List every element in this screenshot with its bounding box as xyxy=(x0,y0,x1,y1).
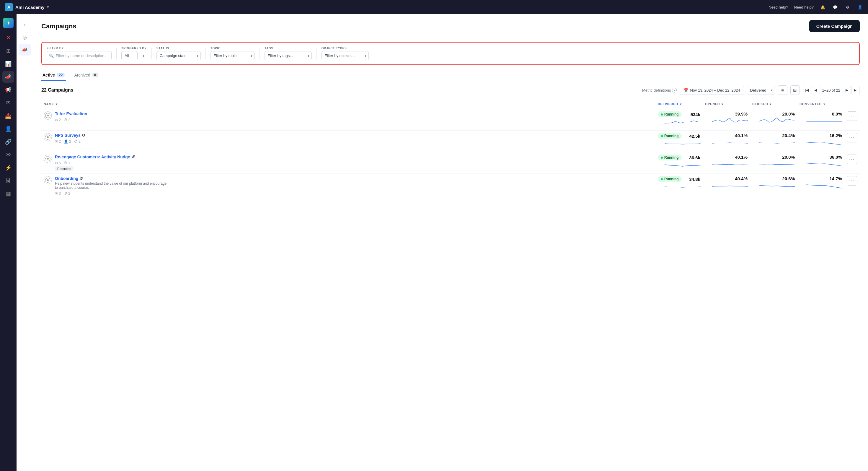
tab-archived-label: Archived xyxy=(74,73,90,78)
app-name: Ami Academy xyxy=(16,5,44,10)
sidebar-item-x[interactable]: ✕ xyxy=(2,32,14,44)
inner-sidebar-expand[interactable]: » xyxy=(19,19,31,31)
campaign-name-link[interactable]: NPS Surveys ↺ xyxy=(55,133,85,138)
create-campaign-button[interactable]: Create Campaign xyxy=(809,20,860,32)
meta-icon: ✉ 3 xyxy=(55,192,61,196)
campaign-description: Help new students understand the value o… xyxy=(55,181,167,190)
status-badge: Running xyxy=(658,176,682,182)
chat-icon[interactable]: 💬 xyxy=(832,4,838,10)
campaign-name-cell: Tutor Evaluation ✉ 2⏱ 2 xyxy=(41,109,655,130)
page-header: Campaigns Create Campaign xyxy=(33,14,868,37)
opened-cell: 39.9% xyxy=(703,109,750,130)
status-delivered-cell: Running 534k xyxy=(655,109,703,130)
sparkline-chart xyxy=(665,182,700,193)
sidebar-item-table[interactable]: ▦ xyxy=(2,188,14,200)
clicked-value: 20.0% xyxy=(752,111,795,116)
triggered-by-select[interactable]: All xyxy=(121,51,137,60)
date-range-button[interactable]: 📅 Nov 13, 2024 – Dec 12, 2024 xyxy=(680,86,744,95)
tags-select-wrap: Filter by tags... xyxy=(265,51,312,60)
page-next-button[interactable]: ▶ xyxy=(843,86,851,94)
row-actions-cell: ··· xyxy=(844,130,860,152)
bell-icon[interactable]: 🔔 xyxy=(819,4,826,10)
delivered-value: 36.6k xyxy=(689,155,700,160)
topbar: A Ami Academy ▾ Need help? Need help? 🔔 … xyxy=(0,0,868,14)
inner-sidebar-item-1[interactable]: ◎ xyxy=(19,31,31,43)
metric-definitions-label: Metric definitions xyxy=(642,88,671,92)
page-first-button[interactable]: |◀ xyxy=(803,86,811,94)
meta-icon: 👤 2 xyxy=(64,140,71,144)
col-name[interactable]: NAME ▾ xyxy=(41,99,655,109)
sparkline-chart xyxy=(760,116,795,127)
col-delivered[interactable]: DELIVERED ▾ xyxy=(655,99,703,109)
converted-value: 16.2% xyxy=(800,133,842,138)
user-icon[interactable]: 👤 xyxy=(857,4,863,10)
col-converted[interactable]: CONVERTED ▾ xyxy=(797,99,844,109)
inner-sidebar-campaigns[interactable]: 📣 xyxy=(19,44,31,56)
status-select[interactable]: Campaign state xyxy=(156,51,201,60)
page-last-button[interactable]: ▶| xyxy=(851,86,860,94)
table-row: NPS Surveys ↺ ✉ 2👤 2⏱ 2 Running 42.5k 40… xyxy=(41,130,860,152)
view-toggle-button[interactable]: ⊞ xyxy=(790,85,800,95)
row-actions-button[interactable]: ··· xyxy=(847,111,857,121)
row-actions-button[interactable]: ··· xyxy=(847,154,857,164)
campaign-type-icon xyxy=(44,154,52,163)
col-opened[interactable]: OPENED ▾ xyxy=(703,99,750,109)
page-prev-button[interactable]: ◀ xyxy=(812,86,820,94)
sparkline-chart xyxy=(807,116,842,127)
sparkline-chart xyxy=(712,159,748,170)
clicked-cell: 20.4% xyxy=(750,130,797,152)
campaign-name-cell: Onboarding ↺ Help new students understan… xyxy=(41,174,655,198)
campaign-name-link[interactable]: Re-engage Customers: Activity Nudge ↺ xyxy=(55,154,135,159)
need-help-button[interactable]: Need help? xyxy=(769,5,788,9)
sidebar-item-broadcast[interactable]: 📢 xyxy=(2,84,14,96)
settings-icon[interactable]: ⚙ xyxy=(844,4,851,10)
metric-info-icon: ? xyxy=(672,88,677,92)
sparkline-chart xyxy=(760,138,795,149)
tags-group: TAGS Filter by tags... xyxy=(265,47,312,60)
converted-value: 36.0% xyxy=(800,154,842,159)
row-actions-button[interactable]: ··· xyxy=(847,133,857,142)
svg-point-3 xyxy=(47,136,49,138)
app-name-chevron[interactable]: ▾ xyxy=(47,5,49,9)
col-clicked[interactable]: CLICKED ▾ xyxy=(750,99,797,109)
triggered-by-select-wrap: All xyxy=(121,51,147,60)
sidebar-item-dashboard[interactable]: ⊞ xyxy=(2,45,14,57)
sidebar-item-integrations[interactable]: 🔗 xyxy=(2,136,14,148)
sidebar-item-inbox[interactable]: 📥 xyxy=(2,110,14,122)
sidebar-item-contacts[interactable]: 👤 xyxy=(2,123,14,135)
tab-archived[interactable]: Archived 0 xyxy=(73,70,99,81)
status-group: STATUS Campaign state xyxy=(156,47,201,60)
filter-toggle-button[interactable]: ≡ xyxy=(778,85,787,95)
need-help-text[interactable]: Need help? xyxy=(794,5,814,9)
status-dot xyxy=(661,156,663,159)
pagination: |◀ ◀ 1–20 of 22 ▶ ▶| xyxy=(803,86,860,94)
object-types-select[interactable]: Filter by objects... xyxy=(321,51,369,60)
row-actions-button[interactable]: ··· xyxy=(847,176,857,185)
sparkline-chart xyxy=(712,181,748,192)
header-row: NAME ▾ DELIVERED ▾ OPENED ▾ CLICKED ▾ CO… xyxy=(41,99,860,109)
sidebar-item-campaigns[interactable]: 📣 xyxy=(2,71,14,83)
meta-icon: ⏱ 2 xyxy=(74,140,81,144)
tags-label: TAGS xyxy=(265,47,312,50)
tags-select[interactable]: Filter by tags... xyxy=(265,51,312,60)
meta-icon: ✉ 5 xyxy=(55,161,61,165)
tab-archived-badge: 0 xyxy=(92,73,98,78)
sidebar-item-pulse[interactable]: ⚡ xyxy=(2,162,14,174)
sidebar-item-segments[interactable]: 👁 xyxy=(2,149,14,161)
metric-select[interactable]: Delivered xyxy=(747,86,775,95)
campaign-meta: ✉ 3⏱ 2 xyxy=(55,192,167,196)
opened-value: 39.9% xyxy=(705,111,748,116)
converted-cell: 16.2% xyxy=(797,130,844,152)
table-toolbar-right: Metric definitions ? 📅 Nov 13, 2024 – De… xyxy=(642,85,860,95)
sidebar-item-email[interactable]: ✉ xyxy=(2,97,14,109)
sidebar-item-database[interactable]: 🗄 xyxy=(2,175,14,187)
object-types-group: OBJECT TYPES Filter by objects... xyxy=(321,47,369,60)
topic-select[interactable]: Filter by topic xyxy=(211,51,255,60)
filter-by-input[interactable] xyxy=(46,51,112,60)
tab-active[interactable]: Active 22 xyxy=(41,70,66,81)
campaign-name-link[interactable]: Onboarding ↺ xyxy=(55,176,83,181)
campaign-name-link[interactable]: Tutor Evaluation xyxy=(55,111,87,116)
app-logo: A xyxy=(5,3,13,11)
sidebar-item-chart[interactable]: 📊 xyxy=(2,58,14,70)
metric-definitions-btn[interactable]: Metric definitions ? xyxy=(642,88,677,92)
